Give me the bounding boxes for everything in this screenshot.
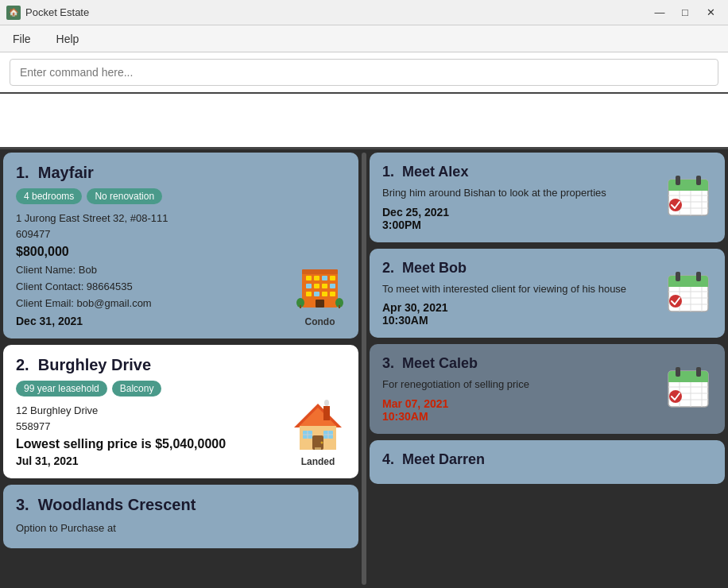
tag-renovation: No renovation [87, 188, 162, 204]
svg-point-22 [324, 400, 329, 406]
menu-file[interactable]: File [8, 29, 36, 48]
house-svg [290, 400, 346, 451]
tag-balcony: Balcony [112, 381, 162, 397]
svg-rect-5 [330, 276, 335, 280]
svg-point-25 [321, 442, 323, 444]
close-button[interactable]: ✕ [699, 5, 722, 21]
appt-time-bob: 10:30AM [382, 314, 712, 327]
tag-bedrooms: 4 bedrooms [16, 188, 82, 204]
svg-rect-21 [323, 406, 330, 420]
svg-rect-2 [306, 276, 312, 280]
main-content: 1. Mayfair 4 bedrooms No renovation 1 Ju… [0, 149, 728, 588]
appt-time-alex: 3:00PM [382, 219, 712, 231]
calendar-svg-2 [664, 268, 712, 315]
maximize-button[interactable]: □ [674, 5, 696, 21]
svg-rect-49 [696, 272, 701, 281]
svg-rect-16 [300, 305, 301, 308]
property-icon-landed: Landed [290, 400, 346, 467]
appt-date-alex: Dec 25, 2021 [382, 206, 712, 219]
property-card-burghley[interactable]: 2. Burghley Drive 99 year leasehold Balc… [3, 345, 358, 478]
appointments-panel: 1. Meet Alex Bring him around Bishan to … [370, 153, 725, 585]
command-area [0, 52, 728, 94]
svg-rect-14 [316, 300, 324, 308]
appointment-card-darren[interactable]: 4. Meet Darren [370, 440, 725, 484]
property-address-mayfair: 1 Jurong East Street 32, #08-111609477 [16, 211, 346, 242]
appt-date-bob: Apr 30, 2021 [382, 301, 712, 314]
calendar-svg-1 [664, 172, 712, 219]
appointment-card-alex[interactable]: 1. Meet Alex Bring him around Bishan to … [370, 153, 725, 242]
svg-rect-47 [668, 282, 708, 287]
tag-leasehold: 99 year leasehold [16, 381, 107, 397]
svg-rect-36 [676, 176, 680, 185]
property-tags-burghley: 99 year leasehold Balcony [16, 381, 346, 397]
calendar-svg-3 [664, 363, 712, 411]
app-icon: 🏠 [6, 6, 21, 20]
svg-rect-61 [696, 367, 701, 377]
panel-divider [362, 153, 366, 585]
appt-title-caleb: 3. Meet Caleb [382, 355, 712, 372]
svg-rect-32 [315, 447, 321, 450]
command-input[interactable] [10, 59, 718, 86]
property-type-label-burghley: Landed [290, 456, 346, 467]
property-address-woodlands: Option to Purchase at [16, 520, 346, 536]
svg-rect-35 [668, 186, 708, 191]
appt-time-caleb: 10:30AM [382, 410, 712, 423]
menu-bar: File Help [0, 25, 728, 52]
svg-rect-4 [322, 276, 327, 280]
appt-desc-bob: To meet with interested client for viewi… [382, 281, 712, 297]
svg-rect-12 [322, 292, 327, 296]
svg-rect-10 [306, 292, 312, 296]
window-controls: — □ ✕ [649, 5, 722, 21]
app-title: Pocket Estate [25, 6, 89, 18]
property-card-mayfair[interactable]: 1. Mayfair 4 bedrooms No renovation 1 Ju… [3, 153, 358, 338]
svg-rect-11 [314, 292, 319, 296]
svg-rect-60 [676, 367, 680, 377]
appointment-card-bob[interactable]: 2. Meet Bob To meet with interested clie… [370, 249, 725, 338]
property-type-label-mayfair: Condo [294, 316, 346, 327]
property-title-burghley: 2. Burghley Drive [16, 356, 346, 374]
appt-title-darren: 4. Meet Darren [382, 451, 712, 468]
property-card-woodlands[interactable]: 3. Woodlands Crescent Option to Purchase… [3, 485, 358, 548]
svg-rect-7 [314, 284, 319, 288]
property-price-mayfair: $800,000 [16, 245, 346, 259]
property-tags-mayfair: 4 bedrooms No renovation [16, 188, 346, 204]
property-title-mayfair: 1. Mayfair [16, 164, 346, 182]
property-title-woodlands: 3. Woodlands Crescent [16, 496, 346, 514]
svg-rect-9 [330, 284, 335, 288]
svg-rect-3 [314, 276, 319, 280]
appt-date-caleb: Mar 07, 2021 [382, 397, 712, 410]
svg-rect-59 [668, 377, 708, 382]
minimize-button[interactable]: — [649, 5, 671, 21]
condo-svg [294, 260, 346, 311]
svg-rect-37 [696, 176, 701, 185]
title-bar: 🏠 Pocket Estate — □ ✕ [0, 0, 728, 25]
output-area [0, 94, 728, 149]
svg-rect-8 [322, 284, 327, 288]
appt-icon-caleb [664, 363, 712, 414]
title-bar-left: 🏠 Pocket Estate [6, 6, 89, 20]
svg-rect-1 [302, 269, 338, 274]
svg-rect-6 [306, 284, 312, 288]
appt-icon-alex [664, 172, 712, 222]
appt-title-alex: 1. Meet Alex [382, 164, 712, 180]
appt-title-bob: 2. Meet Bob [382, 260, 712, 277]
svg-rect-18 [339, 305, 340, 308]
property-icon-condo: Condo [294, 260, 346, 327]
appt-icon-bob [664, 268, 712, 319]
appointment-card-caleb[interactable]: 3. Meet Caleb For renegotiation of selli… [370, 344, 725, 434]
appt-desc-alex: Bring him around Bishan to look at the p… [382, 185, 712, 201]
properties-panel: 1. Mayfair 4 bedrooms No renovation 1 Ju… [3, 153, 358, 585]
menu-help[interactable]: Help [52, 29, 84, 48]
svg-rect-48 [676, 272, 680, 281]
svg-rect-13 [330, 292, 335, 296]
appt-desc-caleb: For renegotiation of selling price [382, 377, 712, 393]
